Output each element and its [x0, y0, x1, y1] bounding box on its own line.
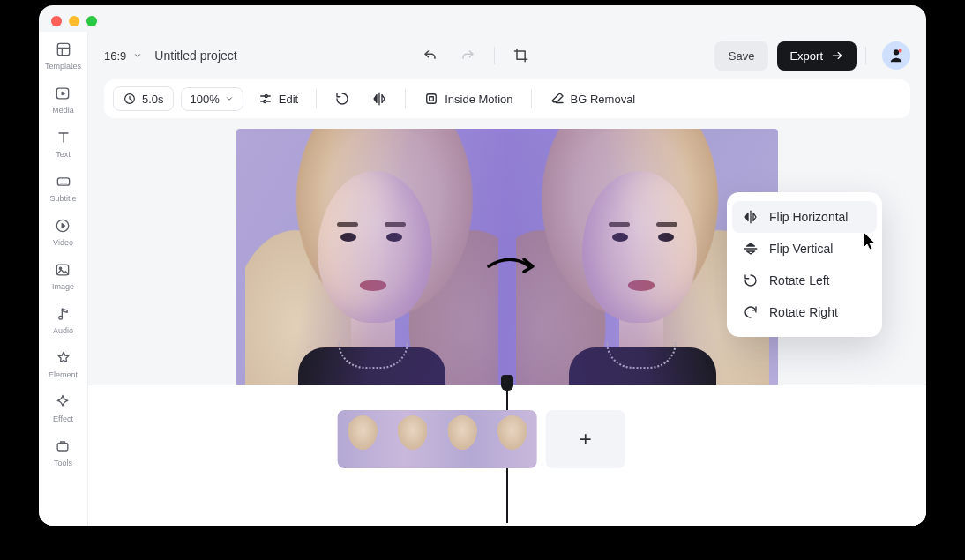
- canvas[interactable]: [236, 129, 778, 411]
- export-button[interactable]: Export: [777, 41, 857, 71]
- project-name[interactable]: Untitled project: [154, 49, 236, 63]
- divider: [405, 89, 406, 108]
- crop-icon: [512, 47, 530, 64]
- sidebar-label: Tools: [54, 459, 72, 467]
- add-clip-button[interactable]: +: [546, 410, 625, 468]
- timeline-clip[interactable]: [338, 410, 537, 468]
- flip-vertical-icon: [743, 241, 759, 257]
- save-button-label: Save: [729, 49, 755, 63]
- minimize-window-icon[interactable]: [69, 16, 79, 26]
- rotate-right-icon: [743, 304, 759, 320]
- audio-icon: [55, 305, 72, 323]
- sidebar-item-image[interactable]: Image: [52, 261, 74, 291]
- rotate-button[interactable]: [327, 87, 357, 110]
- sliders-icon: [258, 91, 273, 107]
- divider: [494, 47, 495, 64]
- avatar-icon: [886, 46, 906, 65]
- context-menu-item-flip-horizontal[interactable]: Flip Horizontal: [732, 201, 877, 233]
- context-menu-item-rotate-left[interactable]: Rotate Left: [727, 265, 882, 296]
- zoom-value: 100%: [191, 93, 220, 106]
- sidebar-item-media[interactable]: Media: [52, 85, 74, 115]
- chevron-down-icon: [133, 51, 142, 60]
- rotate-left-icon: [743, 273, 759, 288]
- divider: [316, 89, 317, 108]
- inside-motion-label: Inside Motion: [445, 93, 512, 106]
- divider: [531, 89, 532, 108]
- timeline-clips: +: [338, 410, 625, 468]
- crop-button[interactable]: [511, 45, 532, 66]
- svg-rect-13: [427, 94, 437, 104]
- sidebar-label: Text: [56, 150, 71, 159]
- flip-button[interactable]: [364, 87, 394, 110]
- edit-label: Edit: [279, 93, 298, 106]
- svg-rect-7: [58, 444, 69, 451]
- aspect-ratio-value: 16:9: [104, 49, 126, 63]
- sidebar-item-element[interactable]: Element: [49, 349, 78, 379]
- effect-icon: [54, 393, 71, 411]
- maximize-window-icon[interactable]: [86, 16, 97, 26]
- motion-icon: [423, 91, 439, 107]
- duration-pill[interactable]: 5.0s: [113, 86, 174, 111]
- sidebar-label: Image: [52, 282, 74, 291]
- context-menu-label: Flip Vertical: [769, 242, 833, 256]
- svg-rect-4: [57, 265, 69, 275]
- rotate-icon: [334, 91, 350, 107]
- arrow-right-icon: [485, 250, 538, 286]
- window-controls: [51, 16, 97, 26]
- sidebar-label: Templates: [45, 62, 81, 71]
- inside-motion-button[interactable]: Inside Motion: [416, 87, 520, 110]
- context-menu-label: Rotate Left: [769, 273, 830, 287]
- video-icon: [54, 217, 71, 235]
- svg-point-9: [899, 49, 902, 52]
- canvas-image-left: [236, 129, 507, 411]
- sidebar-label: Media: [52, 106, 74, 115]
- sidebar-item-audio[interactable]: Audio: [53, 305, 73, 335]
- flip-horizontal-icon: [371, 91, 387, 107]
- sidebar-item-templates[interactable]: Templates: [45, 41, 81, 71]
- sidebar-item-subtitle[interactable]: Subtitle: [49, 173, 76, 203]
- bg-removal-button[interactable]: BG Removal: [542, 87, 643, 110]
- export-button-label: Export: [789, 49, 823, 63]
- aspect-ratio-dropdown[interactable]: 16:9: [104, 49, 142, 63]
- redo-icon: [459, 47, 476, 64]
- sidebar-item-text[interactable]: Text: [55, 129, 72, 159]
- sidebar-item-tools[interactable]: Tools: [54, 437, 72, 467]
- svg-point-5: [60, 267, 62, 269]
- context-menu-label: Rotate Right: [769, 305, 838, 319]
- svg-rect-0: [57, 43, 69, 55]
- redo-button[interactable]: [457, 45, 478, 66]
- eraser-icon: [550, 91, 565, 107]
- svg-point-8: [894, 49, 899, 55]
- element-icon: [55, 349, 72, 367]
- undo-icon: [422, 47, 439, 64]
- timeline[interactable]: +: [88, 385, 926, 526]
- arrow-right-icon: [830, 49, 844, 62]
- context-menu-item-flip-vertical[interactable]: Flip Vertical: [727, 233, 882, 265]
- subtitle-icon: [55, 173, 72, 190]
- close-window-icon[interactable]: [51, 16, 62, 26]
- sidebar-item-effect[interactable]: Effect: [53, 393, 73, 423]
- edit-button[interactable]: Edit: [251, 87, 305, 110]
- left-sidebar: Templates Media Text Subtitle Video Imag…: [39, 32, 88, 526]
- sidebar-label: Video: [53, 238, 73, 247]
- text-icon: [55, 129, 72, 146]
- bg-removal-label: BG Removal: [571, 93, 636, 106]
- svg-point-6: [58, 316, 62, 319]
- flip-horizontal-icon: [743, 209, 759, 225]
- templates-icon: [55, 41, 72, 58]
- app-window: Templates Media Text Subtitle Video Imag…: [39, 5, 926, 526]
- zoom-pill[interactable]: 100%: [181, 87, 243, 111]
- chevron-down-icon: [225, 94, 234, 103]
- svg-point-11: [265, 95, 267, 98]
- context-menu-item-rotate-right[interactable]: Rotate Right: [727, 296, 882, 328]
- sidebar-item-video[interactable]: Video: [53, 217, 73, 247]
- save-button[interactable]: Save: [714, 41, 769, 71]
- tools-icon: [54, 437, 71, 455]
- undo-button[interactable]: [420, 45, 441, 66]
- sidebar-label: Effect: [53, 414, 73, 423]
- cursor-icon: [863, 231, 877, 250]
- sidebar-label: Audio: [53, 326, 73, 335]
- user-avatar[interactable]: [882, 41, 910, 70]
- image-icon: [54, 261, 71, 279]
- editing-toolbar: 5.0s 100% Edit Inside Motion: [104, 79, 910, 118]
